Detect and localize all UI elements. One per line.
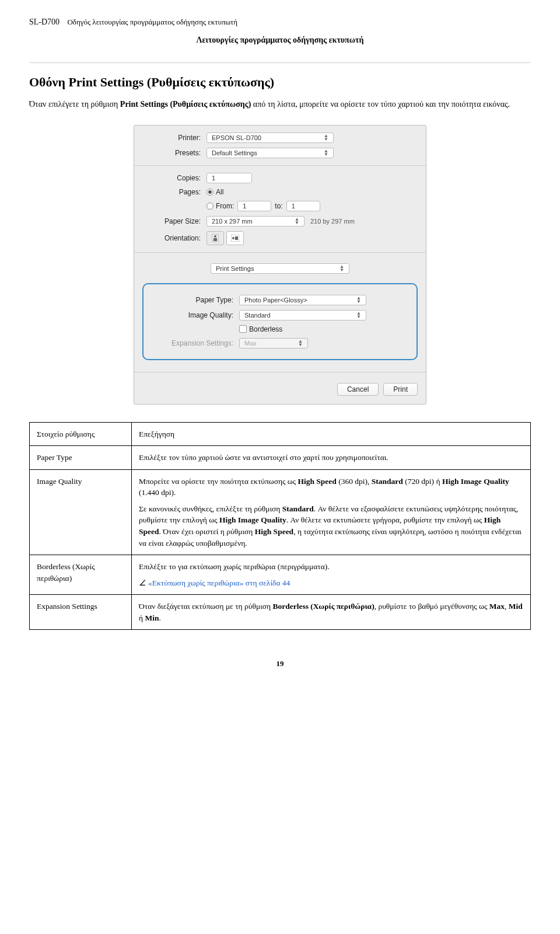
copies-value: 1 [212, 175, 215, 182]
printer-value: EPSON SL-D700 [212, 134, 261, 141]
borderless-desc-text: Επιλέξτε το για εκτύπωση χωρίς περιθώρια… [139, 561, 523, 573]
iq-p1-b1: High Speed [298, 477, 336, 486]
svg-rect-5 [235, 236, 238, 240]
updown-icon: ▲▼ [324, 134, 328, 141]
expansion-select: Max ▲▼ [239, 338, 308, 348]
portrait-person-icon [212, 234, 219, 242]
section-title: Οθόνη Print Settings (Ρυθμίσεις εκτύπωση… [29, 75, 531, 90]
expansion-value: Max [244, 340, 257, 347]
table-header-desc: Επεξήγηση [132, 422, 531, 446]
pages-from-value: 1 [243, 203, 246, 210]
pages-from-radio[interactable] [206, 203, 214, 210]
row-expansion-label: Expansion Settings [30, 595, 132, 630]
intro-pre: Όταν επιλέγετε τη ρύθμιση [29, 100, 120, 109]
header-subtitle: Λειτουργίες προγράμματος οδήγησης εκτυπω… [29, 36, 531, 45]
settings-table: Στοιχείο ρύθμισης Επεξήγηση Paper Type Ε… [29, 422, 531, 630]
printer-select[interactable]: EPSON SL-D700 ▲▼ [206, 133, 334, 143]
exp-post: . [159, 614, 160, 622]
pages-to-label: to: [275, 202, 282, 210]
updown-icon: ▲▼ [356, 297, 361, 303]
svg-point-1 [214, 235, 216, 238]
presets-select[interactable]: Default Settings ▲▼ [206, 148, 334, 158]
papersize-value: 210 x 297 mm [212, 218, 253, 225]
row-papertype-label: Paper Type [30, 446, 132, 470]
papersize-label: Paper Size: [142, 217, 206, 225]
divider [29, 62, 531, 63]
iq-p2-b4: High Speed [255, 527, 293, 536]
papertype-label: Paper Type: [146, 296, 239, 304]
screenshot-wrap: Printer: EPSON SL-D700 ▲▼ Presets: Defau… [29, 125, 531, 405]
pages-all-radio[interactable] [206, 189, 214, 196]
printer-label: Printer: [142, 134, 206, 142]
pages-all-text: All [216, 188, 223, 196]
row-imagequality-desc: Μπορείτε να ορίσετε την ποιότητα εκτύπωσ… [132, 469, 531, 555]
row-expansion-desc: Όταν διεξάγεται εκτύπωση με τη ρύθμιση B… [132, 595, 531, 630]
borderless-link[interactable]: «Εκτύπωση χωρίς περιθώρια» στη σελίδα 44 [148, 578, 290, 587]
copies-label: Copies: [142, 174, 206, 182]
updown-icon: ▲▼ [295, 218, 299, 224]
print-button[interactable]: Print [383, 383, 418, 396]
updown-icon: ▲▼ [324, 149, 328, 156]
intro-bold: Print Settings (Ρυθμίσεις εκτύπωσης) [120, 100, 251, 109]
borderless-label: Borderless [249, 325, 282, 333]
presets-value: Default Settings [212, 149, 257, 156]
page-header: SL-D700 Οδηγός λειτουργίας προγράμματος … [29, 18, 531, 27]
exp-mid: , ρυθμίστε το βαθμό μεγέθυνσης ως [374, 602, 489, 611]
row-borderless-desc: Επιλέξτε το για εκτύπωση χωρίς περιθώρια… [132, 555, 531, 595]
iq-p2-pre: Σε κανονικές συνθήκες, επιλέξτε τη ρύθμι… [139, 504, 282, 513]
exp-pre: Όταν διεξάγεται εκτύπωση με τη ρύθμιση [139, 602, 273, 611]
imagequality-select[interactable]: Standard ▲▼ [239, 310, 366, 320]
pages-from-input[interactable]: 1 [237, 201, 271, 211]
section-select[interactable]: Print Settings ▲▼ [211, 263, 349, 274]
section-select-value: Print Settings [216, 265, 254, 272]
updown-icon: ▲▼ [340, 265, 344, 271]
iq-p2-m2: . Αν θέλετε να εκτυπώσετε γρήγορα, ρυθμί… [286, 515, 484, 524]
papersize-note: 210 by 297 mm [310, 218, 355, 225]
page-number: 19 [29, 659, 531, 668]
pages-from-label: From: [216, 202, 234, 210]
cancel-button[interactable]: Cancel [337, 383, 379, 396]
orientation-portrait-button[interactable] [206, 231, 224, 245]
cross-reference-icon: ∠ [139, 577, 146, 589]
iq-p1-pre: Μπορείτε να ορίσετε την ποιότητα εκτύπωσ… [139, 477, 298, 486]
product-name: SL-D700 [29, 18, 60, 26]
presets-label: Presets: [142, 149, 206, 157]
row-imagequality-label: Image Quality [30, 469, 132, 555]
exp-max: Max [489, 602, 505, 611]
updown-icon: ▲▼ [298, 340, 303, 346]
iq-p1-m1: (360 dpi), [337, 477, 372, 486]
exp-s2: ή [139, 614, 145, 622]
orientation-label: Orientation: [142, 234, 206, 242]
pages-label: Pages: [142, 188, 206, 196]
print-dialog: Printer: EPSON SL-D700 ▲▼ Presets: Defau… [134, 125, 426, 405]
print-settings-highlight: Paper Type: Photo Paper<Glossy> ▲▼ Image… [142, 283, 418, 360]
borderless-checkbox[interactable] [239, 325, 247, 333]
papertype-select[interactable]: Photo Paper<Glossy> ▲▼ [239, 295, 366, 305]
iq-p1-b2: Standard [372, 477, 403, 486]
copies-input[interactable]: 1 [206, 173, 252, 183]
table-header-item: Στοιχείο ρύθμισης [30, 422, 132, 446]
expansion-label: Expansion Settings: [146, 339, 239, 347]
pages-to-input[interactable]: 1 [286, 201, 320, 211]
intro-paragraph: Όταν επιλέγετε τη ρύθμιση Print Settings… [29, 99, 531, 110]
exp-b1: Borderless (Χωρίς περιθώρια) [273, 602, 374, 611]
iq-p2-b2: High Image Quality [219, 515, 286, 524]
papertype-value: Photo Paper<Glossy> [244, 297, 307, 304]
guide-title: Οδηγός λειτουργίας προγράμματος οδήγησης… [67, 18, 237, 26]
papersize-select[interactable]: 210 x 297 mm ▲▼ [206, 216, 304, 226]
svg-point-4 [232, 237, 235, 239]
iq-p1-b3: High Image Quality [442, 477, 509, 486]
imagequality-value: Standard [244, 312, 271, 319]
exp-midb: Mid [509, 602, 523, 611]
orientation-landscape-button[interactable] [226, 231, 244, 245]
exp-s1: , [505, 602, 509, 611]
landscape-person-icon [231, 235, 239, 242]
svg-rect-2 [214, 238, 217, 241]
iq-p2-b1: Standard [282, 504, 314, 513]
imagequality-label: Image Quality: [146, 311, 239, 319]
iq-p2-m3: . Όταν έχει οριστεί η ρύθμιση [159, 527, 255, 536]
row-papertype-desc: Επιλέξτε τον τύπο χαρτιού ώστε να αντιστ… [132, 446, 531, 470]
pages-to-value: 1 [292, 203, 295, 210]
intro-post: από τη λίστα, μπορείτε να ορίσετε τον τύ… [251, 100, 510, 109]
exp-min: Min [145, 614, 159, 622]
